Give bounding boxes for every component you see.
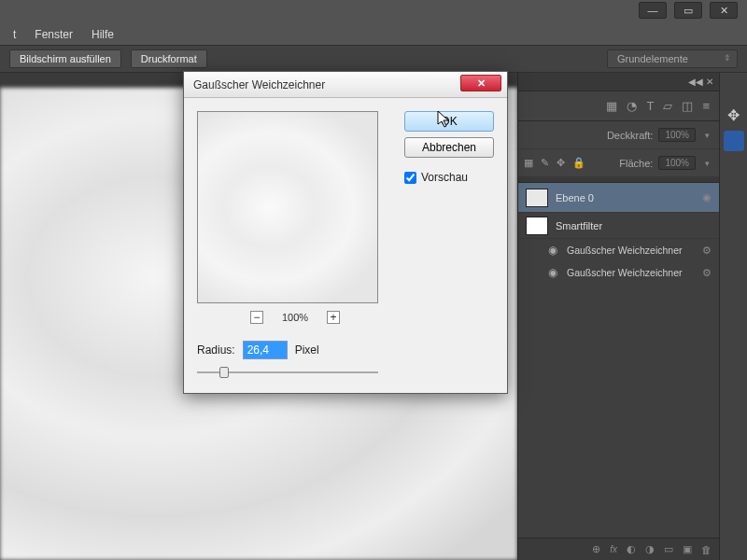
rail-swatch-icon[interactable]	[724, 131, 744, 151]
filter-gaussian-1[interactable]: ◉ Gaußscher Weichzeichner ⚙	[518, 239, 719, 261]
path-icon[interactable]: ▱	[663, 99, 672, 113]
lock-all-icon[interactable]: ▦	[524, 157, 533, 169]
filter-visibility-icon[interactable]: ◉	[546, 244, 559, 257]
type-icon[interactable]: T	[646, 99, 654, 113]
slider-thumb[interactable]	[219, 367, 229, 378]
adjustment-icon[interactable]: ◑	[645, 543, 655, 555]
menu-fenster[interactable]: Fenster	[27, 26, 80, 43]
right-panel-group: ◀◀ ✕ ▦ ◔ T ▱ ◫ ≡ Deckkraft: 100% ▾ ▦ ✎ ✥…	[517, 73, 719, 560]
opacity-dropdown-icon[interactable]: ▾	[701, 131, 713, 140]
layer-thumbnail[interactable]	[526, 189, 548, 207]
ok-button[interactable]: OK	[404, 111, 494, 132]
mask-icon[interactable]: ◐	[627, 543, 636, 555]
workspace-dropdown[interactable]: Grundelemente	[607, 49, 738, 68]
panel-menu-icon[interactable]: ≡	[702, 99, 710, 113]
print-format-button[interactable]: Druckformat	[131, 49, 207, 68]
filter-gaussian-2[interactable]: ◉ Gaußscher Weichzeichner ⚙	[518, 261, 719, 284]
radius-label: Radius:	[197, 343, 235, 357]
fill-dropdown-icon[interactable]: ▾	[701, 159, 713, 168]
layer-name[interactable]: Ebene 0	[556, 192, 594, 203]
shape-icon[interactable]: ◫	[682, 99, 693, 113]
fx-icon[interactable]: fx	[610, 544, 617, 554]
rail-move-icon[interactable]: ✥	[724, 105, 744, 125]
filter-preview[interactable]	[197, 111, 378, 303]
options-toolbar: Bildschirm ausfüllen Druckformat Grundel…	[0, 45, 747, 73]
filter-visibility-icon[interactable]: ◉	[546, 266, 559, 279]
radius-unit: Pixel	[295, 343, 319, 357]
adjust-icon[interactable]: ◔	[627, 99, 637, 113]
rail-3d-icon[interactable]	[724, 78, 744, 99]
cancel-button[interactable]: Abbrechen	[404, 137, 494, 158]
new-layer-icon[interactable]: ▣	[683, 543, 692, 555]
filter-settings-icon[interactable]: ⚙	[702, 245, 712, 257]
delete-icon[interactable]: 🗑	[701, 544, 712, 555]
filter-name: Gaußscher Weichzeichner	[567, 245, 683, 256]
lock-icon[interactable]: 🔒	[572, 157, 585, 169]
dialog-title-text: Gaußscher Weichzeichner	[193, 78, 325, 91]
opacity-row: Deckkraft: 100% ▾	[518, 121, 719, 149]
lock-position-icon[interactable]: ✥	[557, 157, 565, 169]
window-titlebar: — ▭ ✕	[0, 0, 747, 24]
opacity-label: Deckkraft:	[607, 130, 654, 141]
fill-label: Fläche:	[619, 158, 653, 169]
link-layers-icon[interactable]: ⊕	[592, 543, 600, 555]
filter-name: Gaußscher Weichzeichner	[567, 267, 683, 278]
radius-slider[interactable]	[197, 365, 378, 380]
layers-panel: Ebene 0 ◉ Smartfilter ◉ Gaußscher Weichz…	[518, 177, 719, 538]
menu-hilfe[interactable]: Hilfe	[84, 26, 121, 43]
radius-input[interactable]	[243, 341, 288, 359]
smartfilter-thumbnail	[526, 217, 548, 235]
layer-ebene-0[interactable]: Ebene 0 ◉	[518, 183, 719, 213]
menubar: t Fenster Hilfe	[0, 24, 747, 45]
dialog-close-button[interactable]: ✕	[460, 75, 501, 91]
fill-row: ▦ ✎ ✥ 🔒 Fläche: 100% ▾	[518, 149, 719, 177]
group-icon[interactable]: ▭	[664, 543, 673, 555]
lock-pixels-icon[interactable]: ✎	[541, 157, 549, 169]
maximize-button[interactable]: ▭	[674, 2, 702, 19]
filter-settings-icon[interactable]: ⚙	[702, 267, 712, 279]
close-window-button[interactable]: ✕	[710, 2, 738, 19]
fill-value[interactable]: 100%	[658, 156, 696, 170]
visibility-icon[interactable]: ◉	[702, 191, 712, 203]
minimize-button[interactable]: —	[639, 2, 667, 19]
gaussian-blur-dialog: Gaußscher Weichzeichner ✕ − 100% + Radiu…	[183, 71, 508, 394]
panel-collapse-bar[interactable]: ◀◀ ✕	[518, 73, 719, 91]
smartfilter-label: Smartfilter	[556, 220, 602, 231]
zoom-percent: 100%	[282, 312, 308, 323]
zoom-in-button[interactable]: +	[327, 311, 340, 324]
preview-checkbox[interactable]	[404, 172, 416, 184]
layers-footer: ⊕ fx ◐ ◑ ▭ ▣ 🗑	[518, 538, 719, 560]
menu-item-truncated[interactable]: t	[6, 26, 23, 43]
image-icon[interactable]: ▦	[606, 99, 617, 113]
zoom-out-button[interactable]: −	[250, 311, 263, 324]
preview-checkbox-row[interactable]: Vorschau	[404, 171, 494, 184]
preview-checkbox-label: Vorschau	[421, 171, 468, 184]
collapsed-panel-rail: ✥	[719, 73, 747, 560]
dialog-titlebar[interactable]: Gaußscher Weichzeichner ✕	[184, 72, 507, 98]
opacity-value[interactable]: 100%	[658, 128, 696, 142]
smartfilter-row[interactable]: Smartfilter	[518, 213, 719, 239]
panel-type-icons: ▦ ◔ T ▱ ◫ ≡	[518, 91, 719, 121]
fill-screen-button[interactable]: Bildschirm ausfüllen	[9, 49, 121, 68]
